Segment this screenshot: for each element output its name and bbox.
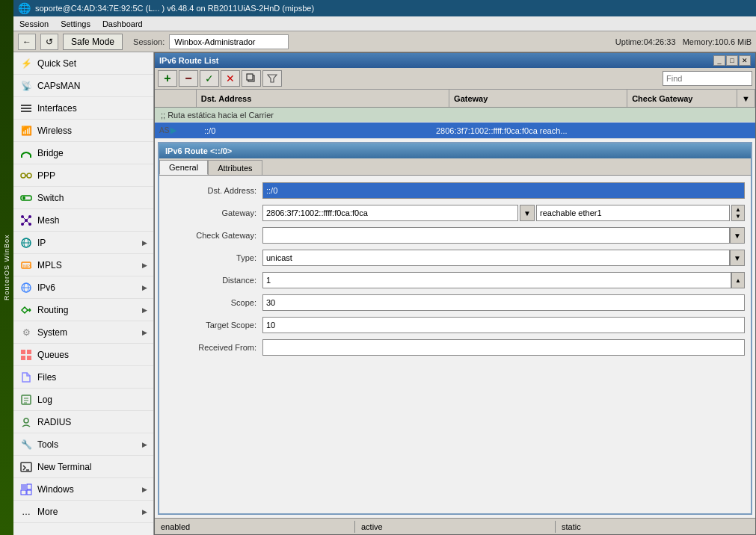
sidebar-item-bridge[interactable]: Bridge	[13, 142, 153, 164]
distance-input[interactable]	[262, 272, 731, 288]
form-row-received-from: Received From:	[165, 338, 745, 356]
system-icon: ⚙	[19, 326, 33, 339]
log-icon	[19, 393, 33, 406]
sidebar-item-mpls[interactable]: MPLS MPLS ▶	[13, 254, 153, 276]
minimize-button[interactable]: _	[713, 55, 725, 66]
svg-rect-46	[247, 74, 253, 80]
comment-row: ;; Ruta estática hacia el Carrier	[155, 108, 755, 123]
received-from-input[interactable]	[262, 339, 745, 356]
sidebar: ⚡ Quick Set 📡 CAPsMAN Interfaces 📶 Wirel…	[13, 52, 154, 535]
row-flags: AS ▶	[155, 125, 200, 136]
menu-dashboard[interactable]: Dashboard	[96, 16, 149, 31]
tab-bar: General Attributes	[159, 158, 751, 176]
add-button[interactable]: +	[158, 70, 177, 87]
svg-point-38	[24, 418, 28, 423]
sidebar-item-queues[interactable]: Queues	[13, 344, 153, 366]
sidebar-item-system[interactable]: ⚙ System ▶	[13, 321, 153, 344]
sidebar-item-routing[interactable]: Routing ▶	[13, 299, 153, 321]
row-gateway: 2806:3f7:1002::ffff:f0ca:f0ca reach...	[431, 126, 626, 136]
terminal-icon	[19, 460, 33, 474]
sidebar-item-windows[interactable]: Windows ▶	[13, 478, 153, 501]
dst-address-input[interactable]	[262, 182, 745, 199]
copy-button[interactable]	[242, 70, 261, 87]
th-gateway[interactable]: Gateway	[449, 90, 627, 107]
svg-rect-31	[27, 350, 31, 354]
back-button[interactable]: ←	[18, 34, 36, 50]
sidebar-item-ip[interactable]: IP ▶	[13, 232, 153, 254]
sidebar-item-new-terminal[interactable]: New Terminal	[13, 456, 153, 478]
type-dropdown[interactable]: ▼	[730, 250, 745, 266]
table-row[interactable]: AS ▶ ::/0 2806:3f7:1002::ffff:f0ca:f0ca …	[155, 123, 755, 139]
svg-rect-32	[21, 356, 25, 360]
check-gateway-label: Check Gateway:	[165, 231, 262, 240]
distance-label: Distance:	[165, 276, 262, 285]
row-dst: ::/0	[200, 126, 431, 136]
sidebar-item-switch[interactable]: Switch	[13, 187, 153, 209]
type-label: Type:	[165, 253, 262, 262]
check-gateway-dropdown[interactable]: ▼	[730, 227, 745, 244]
sidebar-item-log[interactable]: Log	[13, 389, 153, 411]
svg-rect-30	[21, 350, 25, 354]
sidebar-item-tools[interactable]: 🔧 Tools ▶	[13, 433, 153, 456]
table-header: Dst. Address Gateway Check Gateway ▼	[155, 90, 755, 108]
svg-text:MPLS: MPLS	[23, 264, 32, 268]
disable-button[interactable]: ✕	[221, 70, 240, 87]
find-input[interactable]	[663, 71, 752, 86]
form-row-check-gateway: Check Gateway: ▼	[165, 226, 745, 244]
svg-point-5	[21, 173, 25, 178]
session-input[interactable]	[169, 34, 289, 49]
refresh-button[interactable]: ↺	[40, 34, 58, 50]
check-gateway-input[interactable]	[262, 227, 730, 244]
menu-session[interactable]: Session	[13, 16, 55, 31]
ipv6-route-dialog: IPv6 Route <::/0> General Attributes Dst…	[158, 142, 752, 515]
tab-general[interactable]: General	[159, 160, 208, 175]
sidebar-item-wireless[interactable]: 📶 Wireless	[13, 120, 153, 142]
th-check-gateway[interactable]: Check Gateway	[627, 90, 737, 107]
gateway-stepper[interactable]: ▲ ▼	[731, 205, 745, 221]
scope-label: Scope:	[165, 298, 262, 307]
sidebar-item-ipv6[interactable]: IPv6 ▶	[13, 276, 153, 299]
gateway-dropdown-button[interactable]: ▼	[520, 205, 535, 221]
row-check-gateway	[626, 130, 746, 132]
sidebar-item-mesh[interactable]: Mesh	[13, 209, 153, 232]
svg-line-16	[26, 217, 30, 220]
gateway-suffix-input[interactable]	[536, 205, 730, 221]
svg-rect-42	[27, 484, 31, 489]
status-active: active	[355, 521, 556, 533]
sidebar-item-quick-set[interactable]: ⚡ Quick Set	[13, 52, 153, 75]
scope-input[interactable]	[262, 294, 745, 311]
remove-button[interactable]: −	[179, 70, 198, 87]
sidebar-item-interfaces[interactable]: Interfaces	[13, 97, 153, 120]
safe-mode-button[interactable]: Safe Mode	[63, 34, 123, 50]
routing-arrow: ▶	[142, 306, 147, 314]
sidebar-item-radius[interactable]: RADIUS	[13, 411, 153, 433]
sidebar-item-more[interactable]: … More ▶	[13, 501, 153, 523]
sidebar-item-files[interactable]: Files	[13, 366, 153, 389]
svg-line-15	[22, 217, 26, 220]
sidebar-item-capsman[interactable]: 📡 CAPsMAN	[13, 75, 153, 97]
enable-button[interactable]: ✓	[200, 70, 219, 87]
mpls-icon: MPLS	[19, 259, 33, 272]
close-button[interactable]: ✕	[739, 55, 751, 66]
svg-rect-43	[21, 490, 26, 495]
gateway-group: ▼ ▲ ▼	[262, 205, 745, 221]
tab-attributes[interactable]: Attributes	[208, 160, 262, 175]
sidebar-item-ppp[interactable]: PPP	[13, 164, 153, 187]
svg-rect-0	[21, 105, 31, 106]
th-dst-address[interactable]: Dst. Address	[197, 90, 449, 107]
th-flags[interactable]	[155, 90, 197, 107]
svg-line-17	[22, 220, 26, 224]
windows-arrow: ▶	[142, 486, 147, 493]
title-bar: 🌐 soporte@C4:AD:34:7E:92:5C (L... ) v6.4…	[13, 0, 756, 16]
target-scope-input[interactable]	[262, 317, 745, 333]
filter-button[interactable]	[262, 70, 282, 87]
type-input[interactable]	[262, 250, 730, 266]
switch-icon	[19, 191, 33, 205]
gateway-input[interactable]	[262, 205, 518, 221]
distance-stepper-buttons[interactable]: ▲	[731, 272, 745, 288]
th-more[interactable]: ▼	[737, 90, 755, 107]
menu-settings[interactable]: Settings	[55, 16, 96, 31]
dst-address-label: Dst. Address:	[165, 186, 262, 195]
more-arrow: ▶	[142, 508, 147, 516]
restore-button[interactable]: □	[726, 55, 738, 66]
